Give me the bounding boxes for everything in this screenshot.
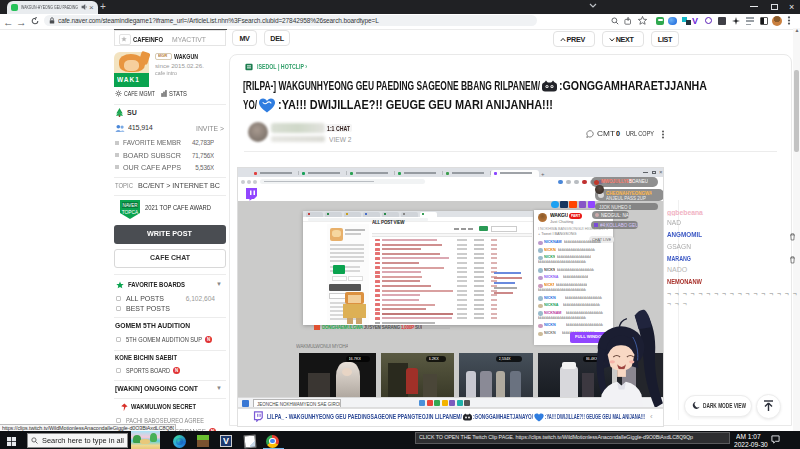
svg-text:TOPCA: TOPCA bbox=[122, 210, 139, 215]
svg-text:NAVER: NAVER bbox=[122, 203, 138, 208]
